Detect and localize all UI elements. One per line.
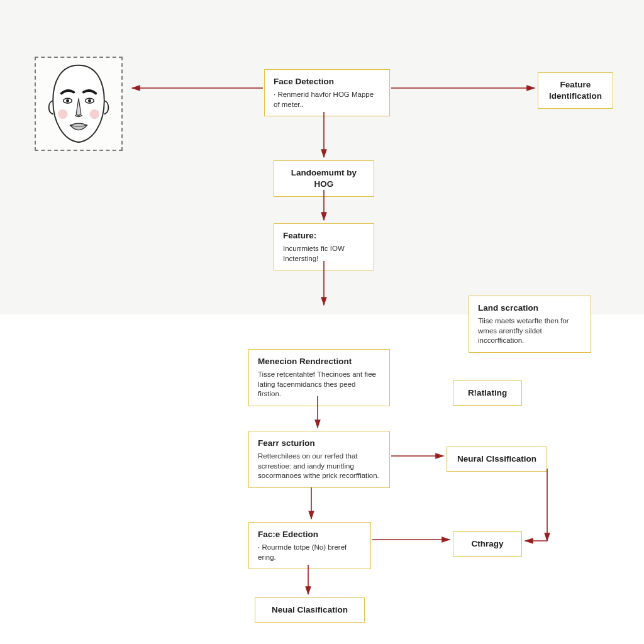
node-title: Cthragy [462, 538, 513, 550]
node-title: Fearr scturion [258, 438, 380, 449]
node-title: Feature Identification [547, 79, 604, 102]
svg-point-4 [58, 109, 68, 119]
node-body: Retterchilees on our rerfed that scrrest… [258, 452, 380, 481]
node-title: R!atlating [462, 387, 513, 399]
node-feature-identification: Feature Identification [538, 72, 613, 109]
node-title: Menecion Rendrectiont [258, 356, 380, 367]
node-title: Fac:e Edection [258, 529, 362, 540]
node-body: · Rourmde totpe (No) breref ering. [258, 543, 362, 562]
node-title: Neual Clasification [264, 604, 355, 616]
face-icon [36, 58, 121, 150]
node-body: Incurrmiets fic IOW Inctersting! [283, 244, 365, 264]
svg-point-3 [88, 99, 91, 103]
node-title: Face Detection [274, 76, 380, 87]
node-fearr: Fearr scturion Retterchilees on our rerf… [248, 431, 390, 488]
node-neural-classification-2: Neual Clasification [255, 597, 365, 623]
node-land-scrcation: Land scrcation Tiise maets wetarfte then… [469, 296, 591, 353]
svg-point-5 [89, 109, 99, 119]
node-title: Neural Clssification [456, 453, 538, 465]
node-menecion: Menecion Rendrectiont Tisse retcentahtef… [248, 349, 390, 406]
svg-point-1 [66, 99, 69, 103]
node-title: Landoemumt by HOG [283, 167, 365, 190]
face-illustration-box [35, 57, 123, 151]
node-cthragy: Cthragy [453, 531, 522, 557]
node-neural-classification-1: Neural Clssification [447, 447, 547, 472]
node-body: · Renmerid havfor HOG Mappe of meter.. [274, 90, 380, 109]
node-face-edection: Fac:e Edection · Rourmde totpe (No) brer… [248, 522, 371, 569]
node-title: Land scrcation [478, 303, 582, 314]
node-feature: Feature: Incurrmiets fic IOW Inctersting… [274, 223, 374, 270]
node-body: Tiise maets wetarfte then for wmes arent… [478, 316, 582, 346]
node-body: Tisse retcentahtef Thecinoes ant fiee la… [258, 370, 380, 399]
node-landmark-hog: Landoemumt by HOG [274, 160, 374, 197]
node-face-detection: Face Detection · Renmerid havfor HOG Map… [264, 69, 390, 116]
node-title: Feature: [283, 230, 365, 242]
node-rlatlating: R!atlating [453, 380, 522, 406]
